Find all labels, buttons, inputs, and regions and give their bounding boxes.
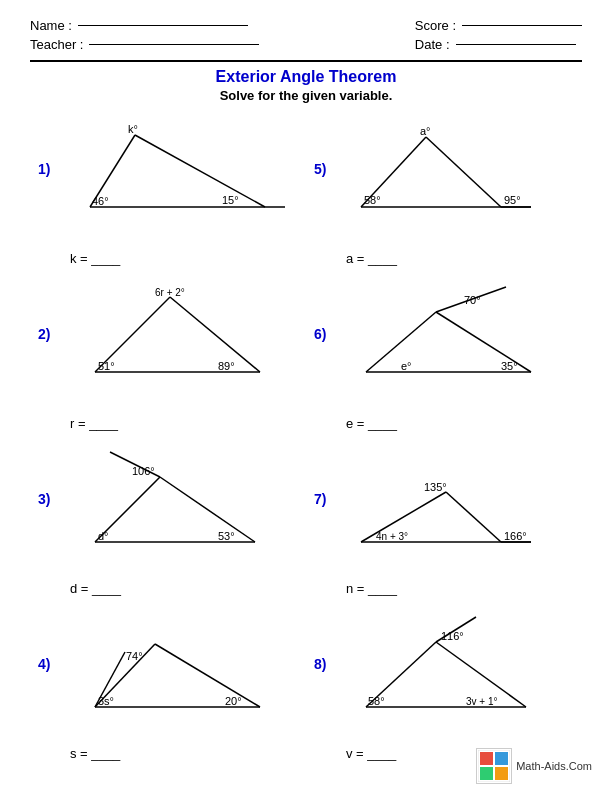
svg-text:53°: 53°: [218, 530, 235, 542]
teacher-field: Teacher :: [30, 37, 259, 52]
problem-6-diagram: 70° e° 35°: [346, 282, 546, 397]
svg-rect-59: [495, 767, 508, 780]
page-subtitle: Solve for the given variable.: [30, 88, 582, 103]
svg-line-29: [160, 477, 255, 542]
svg-line-36: [446, 492, 501, 542]
problem-7: 7) 135° 4n + 3° 166° n = ____: [306, 441, 582, 606]
problem-3-answer: d = ____: [70, 581, 121, 596]
svg-line-9: [426, 137, 501, 207]
svg-text:d°: d°: [98, 530, 109, 542]
name-field: Name :: [30, 18, 259, 33]
teacher-line: [89, 44, 259, 45]
footer: Math-Aids.Com: [476, 748, 592, 784]
math-aids-logo: [478, 750, 510, 782]
problem-6: 6) 70° e° 35° e = ____: [306, 276, 582, 441]
footer-text: Math-Aids.Com: [516, 760, 592, 772]
svg-text:4n + 3°: 4n + 3°: [376, 531, 408, 542]
problem-2-answer: r = ____: [70, 416, 118, 431]
page: Name : Teacher : Score : Date : Exterior…: [0, 0, 612, 792]
problem-8-answer: v = ____: [346, 746, 396, 761]
svg-rect-57: [495, 752, 508, 765]
problem-1: 1) k° 46° 15° k = ____: [30, 111, 306, 276]
svg-text:51°: 51°: [98, 360, 115, 372]
score-field: Score :: [415, 18, 582, 33]
svg-text:89°: 89°: [218, 360, 235, 372]
problem-1-number: 1): [38, 161, 50, 177]
problem-2-number: 2): [38, 326, 50, 342]
problem-3-diagram: 106° d° 53°: [70, 447, 290, 567]
problems-grid: 1) k° 46° 15° k = ____ 5): [30, 111, 582, 771]
problem-6-number: 6): [314, 326, 326, 342]
svg-text:95°: 95°: [504, 194, 521, 206]
name-label: Name :: [30, 18, 72, 33]
problem-3-number: 3): [38, 491, 50, 507]
svg-text:58°: 58°: [368, 695, 385, 707]
svg-text:135°: 135°: [424, 481, 447, 493]
svg-text:58°: 58°: [364, 194, 381, 206]
problem-4-answer: s = ____: [70, 746, 120, 761]
svg-text:116°: 116°: [441, 630, 464, 642]
page-title: Exterior Angle Theorem: [30, 68, 582, 86]
problem-4: 4) 74° 3s° 20° s = ____: [30, 606, 306, 771]
score-label: Score :: [415, 18, 456, 33]
svg-line-16: [170, 297, 260, 372]
svg-text:k°: k°: [128, 123, 138, 135]
problem-1-diagram: k° 46° 15°: [70, 117, 290, 232]
logo-box: [476, 748, 512, 784]
svg-text:3s°: 3s°: [98, 695, 114, 707]
problem-5: 5) a° 58° 95° a = ____: [306, 111, 582, 276]
header-divider: [30, 60, 582, 62]
name-line: [78, 25, 248, 26]
svg-text:70°: 70°: [464, 294, 481, 306]
svg-text:35°: 35°: [501, 360, 518, 372]
problem-2: 2) 6r + 2° 51° 89° r = ____: [30, 276, 306, 441]
teacher-label: Teacher :: [30, 37, 83, 52]
svg-text:e°: e°: [401, 360, 412, 372]
header: Name : Teacher : Score : Date :: [30, 18, 582, 52]
svg-text:3v + 1°: 3v + 1°: [466, 696, 498, 707]
svg-text:6r + 2°: 6r + 2°: [155, 287, 185, 298]
svg-text:a°: a°: [420, 125, 431, 137]
header-left: Name : Teacher :: [30, 18, 259, 52]
problem-8-number: 8): [314, 656, 326, 672]
problem-7-number: 7): [314, 491, 326, 507]
score-line: [462, 25, 582, 26]
svg-line-2: [135, 135, 265, 207]
svg-text:15°: 15°: [222, 194, 239, 206]
svg-text:106°: 106°: [132, 465, 155, 477]
svg-text:20°: 20°: [225, 695, 242, 707]
date-line: [456, 44, 576, 45]
problem-3: 3) 106° d° 53° d = ____: [30, 441, 306, 606]
problem-4-diagram: 74° 3s° 20°: [70, 612, 290, 732]
svg-rect-56: [480, 752, 493, 765]
svg-rect-58: [480, 767, 493, 780]
problem-5-diagram: a° 58° 95°: [346, 117, 546, 232]
svg-line-43: [155, 644, 260, 707]
problem-7-diagram: 135° 4n + 3° 166°: [346, 447, 546, 567]
problem-6-answer: e = ____: [346, 416, 397, 431]
problem-5-number: 5): [314, 161, 326, 177]
problem-4-number: 4): [38, 656, 50, 672]
problem-5-answer: a = ____: [346, 251, 397, 266]
problem-7-answer: n = ____: [346, 581, 397, 596]
svg-text:166°: 166°: [504, 530, 527, 542]
date-field: Date :: [415, 37, 582, 52]
problem-2-diagram: 6r + 2° 51° 89°: [70, 282, 290, 397]
problem-8: 8) 116° 58° 3v + 1° v = ____: [306, 606, 582, 771]
svg-text:46°: 46°: [92, 195, 109, 207]
problem-8-diagram: 116° 58° 3v + 1°: [346, 612, 546, 732]
date-label: Date :: [415, 37, 450, 52]
problem-1-answer: k = ____: [70, 251, 120, 266]
svg-text:74°: 74°: [126, 650, 143, 662]
header-right: Score : Date :: [415, 18, 582, 52]
